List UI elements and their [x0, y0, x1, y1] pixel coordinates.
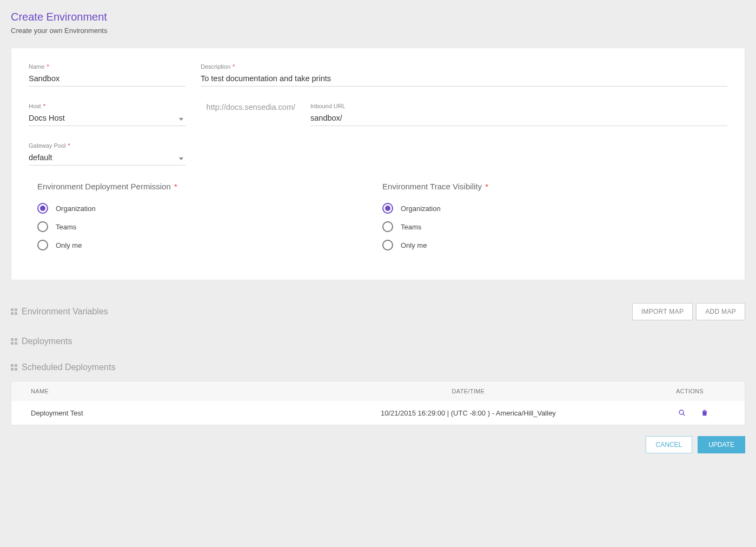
permission-radio-teams[interactable]: Teams — [37, 221, 382, 232]
name-input[interactable] — [29, 72, 185, 87]
inbound-url-label: Inbound URL — [310, 103, 727, 109]
search-icon[interactable] — [678, 408, 686, 417]
svg-line-1 — [683, 414, 685, 416]
deployments-heading: Deployments — [11, 337, 72, 346]
description-label: Description * — [201, 63, 727, 70]
column-header-actions: ACTIONS — [614, 388, 725, 394]
page-subtitle: Create your own Environments — [11, 27, 745, 35]
description-input[interactable] — [201, 72, 727, 87]
url-prefix: http://docs.sensedia.com/ — [207, 103, 295, 111]
deployment-permission-group: Environment Deployment Permission * Orga… — [37, 182, 382, 258]
svg-point-0 — [679, 410, 684, 414]
visibility-radio-teams[interactable]: Teams — [382, 221, 727, 232]
cancel-button[interactable]: CANCEL — [646, 436, 693, 453]
form-card: Name * Description * Host * http://docs.… — [11, 48, 745, 280]
trace-visibility-title: Environment Trace Visibility * — [382, 182, 727, 191]
visibility-radio-organization[interactable]: Organization — [382, 203, 727, 214]
scheduled-deployments-heading: Scheduled Deployments — [11, 363, 115, 372]
page-title: Create Environment — [11, 11, 745, 23]
column-header-date: DATE/TIME — [322, 388, 614, 394]
name-label: Name * — [29, 63, 185, 70]
delete-icon[interactable] — [700, 408, 709, 417]
import-map-button[interactable]: IMPORT MAP — [632, 303, 693, 320]
permission-radio-only-me[interactable]: Only me — [37, 240, 382, 251]
update-button[interactable]: UPDATE — [698, 436, 745, 453]
environment-variables-heading: Environment Variables — [11, 307, 108, 317]
trace-visibility-group: Environment Trace Visibility * Organizat… — [382, 182, 727, 258]
grid-icon — [11, 338, 17, 345]
table-row: Deployment Test 10/21/2015 16:29:00 | (U… — [11, 401, 745, 425]
visibility-radio-only-me[interactable]: Only me — [382, 240, 727, 251]
deployment-permission-title: Environment Deployment Permission * — [37, 182, 382, 191]
row-date: 10/21/2015 16:29:00 | (UTC -8:00 ) - Ame… — [322, 409, 614, 417]
gateway-pool-select[interactable] — [29, 151, 185, 166]
inbound-url-input[interactable] — [310, 111, 727, 126]
gateway-pool-label: Gateway Pool * — [29, 142, 185, 149]
permission-radio-organization[interactable]: Organization — [37, 203, 382, 214]
host-select[interactable] — [29, 111, 185, 126]
grid-icon — [11, 364, 17, 371]
add-map-button[interactable]: ADD MAP — [696, 303, 745, 320]
grid-icon — [11, 308, 17, 315]
host-label: Host * — [29, 103, 185, 109]
row-name: Deployment Test — [31, 409, 322, 417]
column-header-name: NAME — [31, 388, 322, 394]
scheduled-deployments-table: NAME DATE/TIME ACTIONS Deployment Test 1… — [11, 381, 745, 425]
